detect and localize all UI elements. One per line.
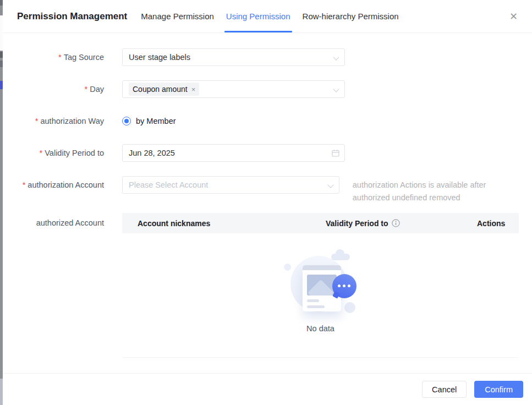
authorization-account-control: Please Select Account (122, 176, 339, 194)
dialog-title: Permission Management (17, 11, 127, 22)
column-header-label: Validity Period to (326, 219, 388, 228)
tab-label: Row-hierarchy Permission (303, 12, 399, 21)
form-row-authorized-account: authorized Account Account nicknames Val… (17, 213, 519, 358)
required-asterisk: * (40, 149, 43, 157)
label-text: Validity Period to (45, 149, 104, 157)
tag-remove-icon[interactable]: × (191, 86, 196, 93)
radio-button-icon (122, 117, 131, 125)
tab-label: Manage Permission (141, 12, 214, 21)
form-row-authorization-account: *authorization Account Please Select Acc… (17, 176, 519, 204)
table-header-row: Account nicknames Validity Period to Act… (122, 213, 519, 233)
label-text: authorized Account (36, 218, 104, 227)
document-topbar (303, 265, 341, 270)
chat-bubble-icon (332, 274, 357, 298)
calendar-icon (332, 149, 339, 158)
authorization-account-label: *authorization Account (17, 176, 104, 194)
select-placeholder: Please Select Account (129, 180, 208, 189)
column-header-validity-period: Validity Period to (326, 219, 477, 228)
helper-line: authorization Actions is available after (353, 179, 519, 191)
required-asterisk: * (23, 180, 26, 189)
authorization-way-label: *authorization Way (17, 116, 104, 127)
close-icon[interactable]: ✕ (507, 9, 520, 24)
bubble-dot (348, 284, 350, 287)
required-asterisk: * (85, 85, 88, 94)
tab-bar: Manage Permission Using Permission Row-h… (135, 0, 404, 32)
dialog-footer: Cancel Confirm (3, 373, 532, 405)
column-header-actions: Actions (477, 219, 520, 228)
tab-manage-permission[interactable]: Manage Permission (135, 0, 220, 32)
confirm-button[interactable]: Confirm (474, 381, 523, 398)
tag-source-select[interactable]: User stage labels (122, 48, 345, 66)
authorization-account-select[interactable]: Please Select Account (122, 176, 339, 194)
dialog-body: *Tag Source User stage labels *Day Coupo… (3, 33, 532, 358)
tag-source-label: *Tag Source (17, 48, 104, 66)
radio-dot (124, 119, 129, 123)
authorization-account-helper-text: authorization Actions is available after… (353, 176, 519, 204)
form-row-authorization-way: *authorization Way by Member (17, 112, 519, 130)
tab-label: Using Permission (226, 12, 290, 21)
bubble-dot (338, 284, 341, 287)
decorative-dot (344, 302, 355, 313)
tag-source-value: User stage labels (129, 53, 190, 62)
required-asterisk: * (35, 117, 39, 125)
info-icon[interactable] (392, 219, 400, 227)
authorized-account-label: authorized Account (17, 213, 104, 233)
no-data-text: No data (306, 324, 334, 333)
authorization-way-control: by Member (122, 116, 345, 127)
helper-line: authorized undefined removed (353, 191, 519, 204)
radio-by-member[interactable]: by Member (122, 116, 345, 127)
day-control: Coupon amount × (122, 80, 345, 98)
decorative-dot (284, 264, 291, 271)
label-text: Tag Source (64, 53, 104, 62)
label-text: authorization Account (28, 180, 104, 189)
bubble-dot (343, 284, 345, 287)
tab-row-hierarchy-permission[interactable]: Row-hierarchy Permission (297, 0, 405, 32)
table-empty-state: No data (122, 233, 519, 358)
form-row-validity-period: *Validity Period to Jun 28, 2025 (17, 144, 519, 162)
authorized-account-table: Account nicknames Validity Period to Act… (122, 213, 519, 358)
label-text: Day (90, 85, 104, 94)
form-row-tag-source: *Tag Source User stage labels (17, 48, 519, 66)
radio-label: by Member (136, 116, 176, 127)
validity-period-label: *Validity Period to (17, 144, 104, 162)
document-text-line (307, 299, 319, 302)
document-text-line (307, 305, 325, 308)
label-text: authorization Way (40, 117, 104, 125)
cloud-icon (331, 254, 350, 260)
column-header-account-nicknames: Account nicknames (122, 219, 326, 228)
cancel-button[interactable]: Cancel (422, 381, 467, 398)
tag-label: Coupon amount (133, 85, 188, 94)
selected-tag: Coupon amount × (129, 83, 199, 96)
form-row-day: *Day Coupon amount × (17, 80, 519, 98)
required-asterisk: * (58, 53, 62, 62)
date-value: Jun 28, 2025 (129, 149, 175, 157)
dialog-header: Permission Management Manage Permission … (3, 0, 532, 33)
tag-source-control: User stage labels (122, 48, 345, 66)
day-label: *Day (17, 80, 104, 98)
day-multiselect[interactable]: Coupon amount × (122, 80, 345, 98)
tab-using-permission[interactable]: Using Permission (220, 0, 297, 32)
no-data-illustration (279, 250, 362, 315)
validity-period-date-input[interactable]: Jun 28, 2025 (122, 144, 345, 162)
permission-management-dialog: Permission Management Manage Permission … (3, 0, 532, 405)
validity-period-control: Jun 28, 2025 (122, 144, 345, 162)
